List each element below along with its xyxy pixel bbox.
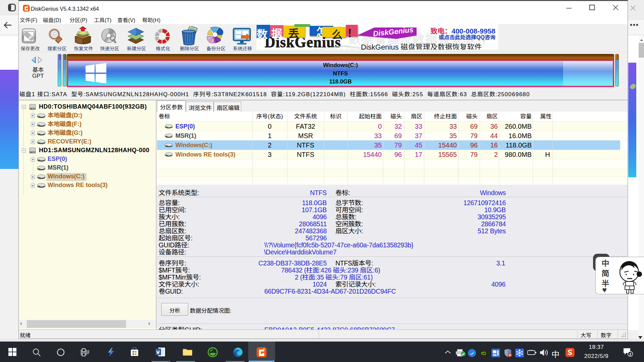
svg-text:2: 2 [629, 352, 631, 356]
svg-text:intel: intel [493, 355, 497, 357]
